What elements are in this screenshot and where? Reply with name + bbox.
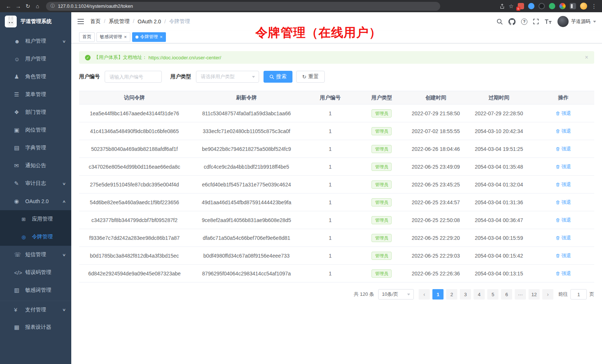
user-type-badge: 管理员 xyxy=(372,109,392,118)
browser-home-button[interactable]: ⌂ xyxy=(33,1,42,11)
app-logo[interactable]: 芋道管理系统 xyxy=(0,12,71,31)
sidebar-item-notice[interactable]: ✉ 通知公告 xyxy=(0,157,71,175)
tab-sensitive-word[interactable]: 敏感词管理 × xyxy=(96,32,130,42)
create-time-cell: 2022-07-29 21:58:50 xyxy=(406,105,465,122)
sidebar-item-tenant[interactable]: ☻ 租户管理 ∨ xyxy=(0,32,71,50)
site-info-icon[interactable]: ⓘ xyxy=(50,3,55,9)
chevron-up-icon: ∧ xyxy=(62,199,66,203)
user-menu[interactable]: 芋道源码 xyxy=(557,16,596,27)
doc-link[interactable]: https://doc.iocoder.cn/user-center/ xyxy=(148,55,221,60)
page-button-1[interactable]: 1 xyxy=(432,289,444,300)
sidebar-item-oauth2-token[interactable]: ◎ 令牌管理 xyxy=(0,228,71,246)
force-logout-button[interactable]: 强退 xyxy=(556,270,571,277)
chevron-down-icon xyxy=(407,294,410,295)
reset-button[interactable]: ↻ 重置 xyxy=(296,71,325,83)
bookmark-star-icon[interactable]: ☆ xyxy=(509,3,514,10)
address-bar[interactable]: ⓘ 127.0.0.1:1024/system/oauth2/token xyxy=(46,2,440,11)
search-icon[interactable] xyxy=(497,19,503,25)
sidebar-item-report[interactable]: ▦ 报表设计器 xyxy=(0,318,71,336)
sidebar-item-user[interactable]: ☺ 用户管理 xyxy=(0,50,71,68)
expire-time-cell: 2054-03-04 19:51:25 xyxy=(465,140,532,158)
browser-profile-avatar[interactable] xyxy=(580,3,587,10)
browser-back-button[interactable]: ← xyxy=(4,1,13,11)
sidebar-item-sms[interactable]: ☏ 短信管理 ∨ xyxy=(0,246,71,264)
access-token-cell: b0d1785bc3a8482f812db4a3f3bd15ec xyxy=(79,247,190,265)
force-logout-button[interactable]: 强退 xyxy=(556,163,571,170)
sidebar-item-sensitiveword[interactable]: ▥ 敏感词管理 xyxy=(0,281,71,299)
sidebar-item-pay[interactable]: ¥ 支付管理 ∨ xyxy=(0,301,71,318)
help-icon[interactable]: ? xyxy=(521,19,527,25)
force-logout-button[interactable]: 强退 xyxy=(556,146,571,152)
alert-close-icon[interactable]: × xyxy=(585,54,588,61)
prev-page-button[interactable]: ‹ xyxy=(419,289,430,300)
page-more-button[interactable]: ··· xyxy=(515,289,526,300)
goto-page-input[interactable] xyxy=(570,289,587,300)
page-size-select[interactable]: 10条/页 xyxy=(378,289,414,300)
table-row: b0d1785bc3a8482f812db4a3f3bd15ec b0df498… xyxy=(79,247,594,265)
report-icon: ▦ xyxy=(14,324,25,331)
page-button-5[interactable]: 5 xyxy=(487,289,498,300)
share-icon[interactable] xyxy=(500,4,505,9)
page-button-3[interactable]: 3 xyxy=(460,289,471,300)
action-cell: 强退 xyxy=(532,193,594,211)
force-logout-button[interactable]: 强退 xyxy=(556,199,571,206)
browser-menu-icon[interactable]: ⋮ xyxy=(591,3,597,10)
force-logout-button[interactable]: 强退 xyxy=(556,128,571,135)
alert-text: 【用户体系】文档地址： xyxy=(94,54,147,61)
font-size-icon[interactable] xyxy=(544,19,552,24)
breadcrumb-home[interactable]: 首页 xyxy=(90,18,109,25)
sidebar-item-dict[interactable]: ▤ 字典管理 xyxy=(0,139,71,157)
sidebar-item-oauth2-app[interactable]: ⊞ 应用管理 xyxy=(0,210,71,228)
breadcrumb-oauth2[interactable]: OAuth 2.0 xyxy=(138,19,169,24)
close-icon[interactable]: × xyxy=(160,34,163,39)
user-type-cell: 管理员 xyxy=(357,122,406,140)
extension-dark-icon[interactable] xyxy=(539,3,545,9)
sidebar-item-dept[interactable]: ❖ 部门管理 xyxy=(0,103,71,121)
page-button-4[interactable]: 4 xyxy=(474,289,485,300)
page-button-6[interactable]: 6 xyxy=(501,289,512,300)
username: 芋道源码 xyxy=(571,18,590,25)
sidebar-item-role[interactable]: ♟ 角色管理 xyxy=(0,68,71,86)
pagination: 共 120 条 10条/页 ‹ 1 2 3 4 5 6 ··· 12 › xyxy=(79,289,594,300)
user-icon: ☺ xyxy=(14,56,25,62)
close-icon[interactable]: × xyxy=(124,34,127,39)
force-logout-button[interactable]: 强退 xyxy=(556,181,571,188)
doc-alert: ✓ 【用户体系】文档地址： https://doc.iocoder.cn/use… xyxy=(79,51,594,64)
force-logout-button[interactable]: 强退 xyxy=(556,110,571,117)
extension-split-icon[interactable] xyxy=(570,3,576,9)
sidebar-item-errorcode[interactable]: </> 错误码管理 xyxy=(0,264,71,281)
refresh-token-cell: 9ce8ef2aa9f14056b831ae9b608e28d5 xyxy=(190,211,303,229)
sidebar-item-oauth2[interactable]: ◉ OAuth 2.0 ∧ xyxy=(0,192,71,210)
access-token-cell: 54d6be82ee5a460a9aedc1f9bf223656 xyxy=(79,193,190,211)
create-time-cell: 2022-06-25 22:26:36 xyxy=(406,265,465,282)
force-logout-button[interactable]: 强退 xyxy=(556,235,571,241)
extension-color-icon[interactable] xyxy=(559,3,566,9)
user-id-input[interactable] xyxy=(105,71,162,83)
sidebar-item-auditlog[interactable]: ✎ 审计日志 ∨ xyxy=(0,175,71,192)
extension-green-icon[interactable] xyxy=(549,3,555,9)
next-page-button[interactable]: › xyxy=(542,289,553,300)
annotation-text: 令牌管理（在线用户） xyxy=(255,24,382,41)
expire-time-cell: 2054-03-04 00:15:59 xyxy=(465,229,532,247)
browser-reload-button[interactable]: ↻ xyxy=(23,1,33,11)
extension-red-icon[interactable]: 0 xyxy=(518,3,524,9)
user-type-badge: 管理员 xyxy=(372,127,392,135)
sidebar-item-menu[interactable]: ☰ 菜单管理 xyxy=(0,86,71,103)
tab-token[interactable]: 令牌管理 × xyxy=(132,32,166,42)
page-button-12[interactable]: 12 xyxy=(529,289,540,300)
extension-blue-icon[interactable] xyxy=(528,3,534,9)
tab-home[interactable]: 首页 xyxy=(79,32,95,42)
page-button-2[interactable]: 2 xyxy=(446,289,457,300)
browser-forward-button[interactable]: → xyxy=(13,1,23,11)
search-button[interactable]: 搜索 xyxy=(264,71,292,83)
hamburger-icon[interactable] xyxy=(77,19,84,24)
force-logout-button[interactable]: 强退 xyxy=(556,217,571,224)
refresh-icon: ↻ xyxy=(302,74,307,80)
fullscreen-icon[interactable] xyxy=(533,19,539,24)
breadcrumb-system[interactable]: 系统管理 xyxy=(109,18,138,25)
create-time-cell: 2022-07-02 18:55:55 xyxy=(406,122,465,140)
sidebar-item-post[interactable]: ▣ 岗位管理 xyxy=(0,121,71,139)
github-icon[interactable] xyxy=(508,18,516,25)
user-type-select[interactable]: 请选择用户类型 xyxy=(196,71,259,83)
force-logout-button[interactable]: 强退 xyxy=(556,252,571,259)
